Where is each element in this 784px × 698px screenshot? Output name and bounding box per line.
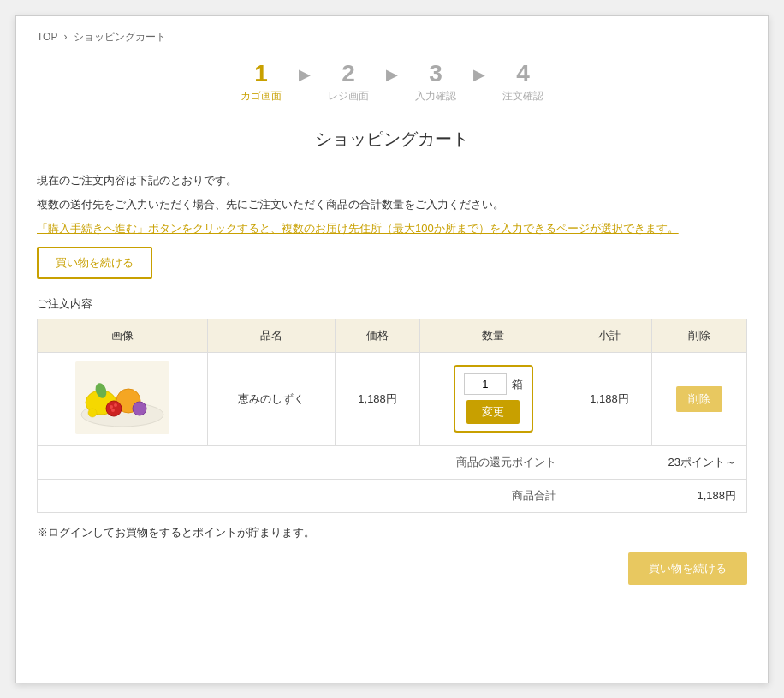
step-arrow-1: ▶ — [299, 65, 311, 99]
info-line3: 「購入手続きへ進む」ボタンをクリックすると、複数のお届け先住所（最大100か所ま… — [37, 219, 747, 238]
col-delete: 削除 — [651, 319, 747, 352]
info-line1: 現在のご注文内容は下記のとおりです。 — [37, 171, 747, 190]
svg-point-9 — [133, 402, 146, 415]
order-section-label: ご注文内容 — [37, 296, 747, 312]
col-image: 画像 — [38, 319, 208, 352]
breadcrumb: TOP › ショッピングカート — [37, 30, 747, 45]
step-1-num: 1 — [254, 62, 268, 86]
step-3: 3 入力確認 — [401, 62, 470, 104]
quantity-cell: 箱 変更 — [419, 352, 567, 445]
breadcrumb-sep: › — [64, 31, 68, 43]
points-row: 商品の還元ポイント 23ポイント～ — [38, 445, 747, 479]
info-line3-text: 「購入手続きへ進む」ボタンをクリックすると、複数のお届け先住所（最大100か所ま… — [37, 222, 679, 235]
points-label: 商品の還元ポイント — [38, 445, 567, 479]
info-line2: 複数の送付先をご入力いただく場合、先にご注文いただく商品の合計数量をご入力くださ… — [37, 195, 747, 214]
product-image-cell — [38, 352, 208, 445]
table-row: 恵みのしずく 1,188円 箱 変更 1,188円 削除 — [38, 352, 747, 445]
svg-point-8 — [111, 409, 115, 412]
quantity-row: 箱 — [464, 373, 523, 395]
continue-shopping-bottom-button[interactable]: 買い物を続ける — [628, 552, 747, 585]
cart-table: 画像 品名 価格 数量 小計 削除 — [37, 319, 747, 513]
quantity-area: 箱 変更 — [454, 365, 533, 433]
unit-label: 箱 — [512, 377, 523, 392]
quantity-input[interactable] — [464, 373, 507, 395]
svg-point-6 — [110, 405, 113, 409]
step-1-label: カゴ画面 — [241, 89, 282, 104]
total-value: 1,188円 — [567, 479, 747, 512]
svg-point-10 — [88, 409, 97, 417]
steps-bar: 1 カゴ画面 ▶ 2 レジ画面 ▶ 3 入力確認 ▶ 4 注文確認 — [37, 62, 747, 104]
continue-shopping-top-button[interactable]: 買い物を続ける — [37, 247, 152, 279]
step-arrow-3: ▶ — [473, 65, 485, 99]
col-price: 価格 — [336, 319, 419, 352]
step-arrow-2: ▶ — [386, 65, 398, 99]
breadcrumb-current: ショッピングカート — [74, 31, 166, 43]
total-label: 商品合計 — [38, 479, 567, 512]
step-1: 1 カゴ画面 — [227, 62, 295, 104]
step-4-label: 注文確認 — [502, 89, 543, 104]
product-subtotal: 1,188円 — [567, 352, 651, 445]
step-4: 4 注文確認 — [489, 62, 557, 104]
svg-point-5 — [106, 401, 122, 416]
col-subtotal: 小計 — [567, 319, 651, 352]
change-quantity-button[interactable]: 変更 — [466, 400, 520, 424]
breadcrumb-top: TOP — [37, 31, 57, 43]
col-name: 品名 — [208, 319, 336, 352]
svg-point-7 — [114, 403, 117, 407]
col-quantity: 数量 — [419, 319, 567, 352]
delete-cell: 削除 — [651, 352, 747, 445]
product-price: 1,188円 — [336, 352, 419, 445]
total-row: 商品合計 1,188円 — [38, 479, 747, 512]
bottom-note: ※ログインしてお買物をするとポイントが貯まります。 — [37, 525, 747, 540]
step-2-label: レジ画面 — [328, 89, 369, 104]
step-2-num: 2 — [342, 62, 355, 86]
step-3-label: 入力確認 — [415, 89, 456, 104]
product-image — [75, 361, 169, 434]
points-value: 23ポイント～ — [567, 445, 747, 479]
step-2: 2 レジ画面 — [314, 62, 383, 104]
delete-button[interactable]: 削除 — [676, 386, 722, 412]
step-3-num: 3 — [429, 62, 442, 86]
page-title: ショッピングカート — [37, 128, 747, 151]
product-name: 恵みのしずく — [208, 352, 336, 445]
step-4-num: 4 — [516, 62, 530, 86]
